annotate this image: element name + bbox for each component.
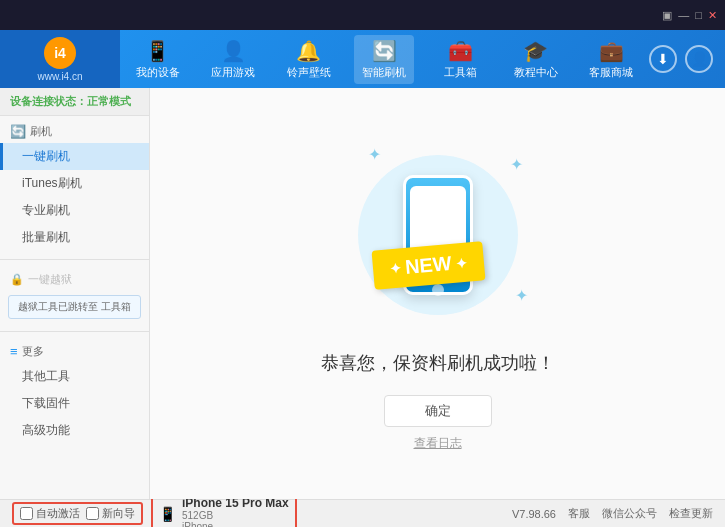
sparkle-1: ✦: [368, 145, 381, 164]
status-value: 正常模式: [87, 95, 131, 107]
jailbreak-section: 🔒 一键越狱 越狱工具已跳转至 工具箱: [0, 264, 149, 327]
flash-section: 🔄 刷机 一键刷机 iTunes刷机 专业刷机 批量刷机: [0, 116, 149, 255]
nav-apps[interactable]: 👤 应用游戏: [203, 35, 263, 84]
close-button[interactable]: ✕: [708, 9, 717, 22]
sidebar-item-other-tools[interactable]: 其他工具: [0, 363, 149, 390]
nav-toolbox[interactable]: 🧰 工具箱: [430, 35, 490, 84]
status-label: 设备连接状态：: [10, 95, 87, 107]
logo-url: www.i4.cn: [37, 71, 82, 82]
sidebar-item-advanced[interactable]: 高级功能: [0, 417, 149, 444]
sidebar-item-batch-flash[interactable]: 批量刷机: [0, 224, 149, 251]
status-bar: 自动激活 新向导 📱 iPhone 15 Pro Max 512GB iPhon…: [0, 499, 725, 527]
jailbreak-section-title: 🔒 一键越狱: [0, 268, 149, 291]
success-illustration: ✦ ✦ ✦ NEW: [338, 135, 538, 335]
device-details: iPhone 15 Pro Max 512GB iPhone: [182, 496, 289, 528]
new-guide-label: 新向导: [102, 506, 135, 521]
device-phone-icon: 📱: [159, 506, 176, 522]
shop-icon: 💼: [599, 39, 624, 63]
main-area: 设备连接状态：正常模式 🔄 刷机 一键刷机 iTunes刷机 专业刷机 批量刷机…: [0, 88, 725, 499]
success-message: 恭喜您，保资料刷机成功啦！: [321, 351, 555, 375]
header-right-controls: ⬇ 👤: [649, 45, 725, 73]
support-link[interactable]: 客服: [568, 506, 590, 521]
phone-home-button: [432, 284, 444, 296]
device-storage: 512GB: [182, 510, 289, 521]
sidebar-item-itunes-flash[interactable]: iTunes刷机: [0, 170, 149, 197]
ringtones-icon: 🔔: [296, 39, 321, 63]
lock-icon: 🔒: [10, 273, 24, 286]
nav-my-device-label: 我的设备: [136, 65, 180, 80]
device-info-panel: 自动激活 新向导: [12, 502, 143, 525]
new-ribbon-label: NEW: [371, 241, 485, 289]
nav-toolbox-label: 工具箱: [444, 65, 477, 80]
auto-activate-checkbox[interactable]: 自动激活: [20, 506, 80, 521]
jailbreak-note: 越狱工具已跳转至 工具箱: [8, 295, 141, 319]
my-device-icon: 📱: [145, 39, 170, 63]
confirm-button[interactable]: 确定: [384, 395, 492, 427]
bottom-right-info: V7.98.66 客服 微信公众号 检查更新: [512, 506, 713, 521]
new-guide-checkbox[interactable]: 新向导: [86, 506, 135, 521]
sidebar-item-pro-flash[interactable]: 专业刷机: [0, 197, 149, 224]
nav-tutorials-label: 教程中心: [514, 65, 558, 80]
app-header: i4 www.i4.cn 📱 我的设备 👤 应用游戏 🔔 铃声壁纸 🔄 智能刷机…: [0, 30, 725, 88]
phone-illustration: NEW: [403, 175, 473, 295]
sidebar: 设备连接状态：正常模式 🔄 刷机 一键刷机 iTunes刷机 专业刷机 批量刷机…: [0, 88, 150, 499]
nav-my-device[interactable]: 📱 我的设备: [128, 35, 188, 84]
nav-ringtones-label: 铃声壁纸: [287, 65, 331, 80]
nav-shop[interactable]: 💼 客服商城: [581, 35, 641, 84]
new-badge: NEW: [373, 246, 484, 285]
sidebar-divider-2: [0, 331, 149, 332]
check-update-link[interactable]: 检查更新: [669, 506, 713, 521]
connection-status: 设备连接状态：正常模式: [0, 88, 149, 116]
tutorials-icon: 🎓: [523, 39, 548, 63]
user-icon[interactable]: 👤: [685, 45, 713, 73]
new-guide-input[interactable]: [86, 507, 99, 520]
view-log-button[interactable]: 查看日志: [414, 435, 462, 452]
sidebar-item-onekey-flash[interactable]: 一键刷机: [0, 143, 149, 170]
version-label: V7.98.66: [512, 508, 556, 520]
device-type: iPhone: [182, 521, 289, 528]
apps-icon: 👤: [221, 39, 246, 63]
nav-flash[interactable]: 🔄 智能刷机: [354, 35, 414, 84]
flash-icon: 🔄: [372, 39, 397, 63]
toolbox-icon: 🧰: [448, 39, 473, 63]
nav-apps-label: 应用游戏: [211, 65, 255, 80]
window-titlebar: ▣ — □ ✕: [0, 0, 725, 30]
sidebar-divider-1: [0, 259, 149, 260]
logo-icon: i4: [44, 37, 76, 69]
wechat-link[interactable]: 微信公众号: [602, 506, 657, 521]
minimize-button[interactable]: —: [678, 9, 689, 21]
wifi-icon: ▣: [662, 9, 672, 22]
download-icon[interactable]: ⬇: [649, 45, 677, 73]
main-content: ✦ ✦ ✦ NEW 恭喜您，保资料刷机成功啦！ 确定 查看日志: [150, 88, 725, 499]
flash-section-icon: 🔄: [10, 124, 26, 139]
maximize-button[interactable]: □: [695, 9, 702, 21]
auto-activate-label: 自动激活: [36, 506, 80, 521]
sparkle-3: ✦: [515, 286, 528, 305]
flash-section-title: 🔄 刷机: [0, 120, 149, 143]
sparkle-2: ✦: [510, 155, 523, 174]
nav-flash-label: 智能刷机: [362, 65, 406, 80]
more-section-icon: ≡: [10, 344, 18, 359]
app-logo: i4 www.i4.cn: [0, 30, 120, 88]
more-section: ≡ 更多 其他工具 下载固件 高级功能: [0, 336, 149, 448]
more-section-title: ≡ 更多: [0, 340, 149, 363]
main-navigation: 📱 我的设备 👤 应用游戏 🔔 铃声壁纸 🔄 智能刷机 🧰 工具箱 🎓 教程中心…: [120, 30, 649, 88]
sidebar-item-download-firmware[interactable]: 下载固件: [0, 390, 149, 417]
auto-activate-input[interactable]: [20, 507, 33, 520]
nav-ringtones[interactable]: 🔔 铃声壁纸: [279, 35, 339, 84]
nav-tutorials[interactable]: 🎓 教程中心: [506, 35, 566, 84]
nav-shop-label: 客服商城: [589, 65, 633, 80]
